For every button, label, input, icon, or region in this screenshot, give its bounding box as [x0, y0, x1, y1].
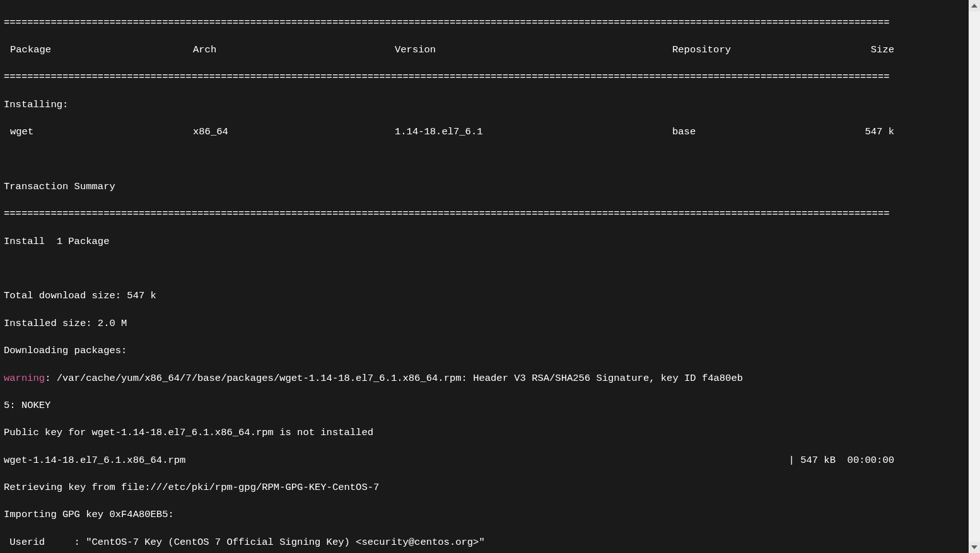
chevron-down-icon — [971, 545, 977, 549]
hr-line: ========================================… — [4, 71, 898, 84]
gpg-userid: Userid : "CentOS-7 Key (CentOS 7 Officia… — [4, 536, 898, 550]
installing-label: Installing: — [4, 98, 898, 112]
download-filename: wget-1.14-18.el7_6.1.x86_64.rpm — [4, 454, 789, 468]
cell-repository: base — [672, 125, 849, 139]
cell-version: 1.14-18.el7_6.1 — [395, 125, 672, 139]
blank-line — [4, 262, 898, 276]
transaction-summary: Transaction Summary — [4, 180, 898, 194]
scroll-track[interactable] — [969, 11, 980, 542]
install-count: Install 1 Package — [4, 235, 898, 249]
scroll-down-arrow[interactable] — [969, 542, 980, 553]
cell-package: wget — [4, 125, 193, 139]
warning-line-2: 5: NOKEY — [4, 399, 898, 413]
terminal-output[interactable]: ========================================… — [0, 0, 902, 553]
warning-text-1: : /var/cache/yum/x86_64/7/base/packages/… — [45, 373, 743, 384]
blank-line — [4, 153, 898, 167]
total-download: Total download size: 547 k — [4, 289, 898, 303]
col-repository: Repository — [672, 44, 849, 57]
retrieving-key: Retrieving key from file:///etc/pki/rpm-… — [4, 481, 898, 495]
download-progress-line: wget-1.14-18.el7_6.1.x86_64.rpm| 547 kB … — [4, 454, 898, 468]
scrollbar[interactable] — [969, 0, 980, 553]
hr-line: ========================================… — [4, 16, 898, 30]
warning-line-1: warning: /var/cache/yum/x86_64/7/base/pa… — [4, 372, 898, 386]
hr-line: ========================================… — [4, 207, 898, 221]
downloading-packages: Downloading packages: — [4, 344, 898, 358]
col-package: Package — [4, 44, 193, 57]
col-arch: Arch — [193, 44, 395, 57]
importing-key: Importing GPG key 0xF4A80EB5: — [4, 508, 898, 522]
table-row: wget x86_64 1.14-18.el7_6.1 base 547 k — [4, 125, 898, 139]
warning-label: warning — [4, 373, 45, 384]
pubkey-line: Public key for wget-1.14-18.el7_6.1.x86_… — [4, 426, 898, 440]
table-header-row: Package Arch Version Repository Size — [4, 44, 898, 57]
col-version: Version — [395, 44, 672, 57]
col-size: Size — [849, 44, 898, 57]
chevron-up-icon — [971, 4, 977, 8]
cell-arch: x86_64 — [193, 125, 395, 139]
cell-size: 547 k — [849, 125, 898, 139]
scroll-up-arrow[interactable] — [969, 0, 980, 11]
installed-size: Installed size: 2.0 M — [4, 317, 898, 331]
download-size-time: | 547 kB 00:00:00 — [789, 454, 898, 468]
